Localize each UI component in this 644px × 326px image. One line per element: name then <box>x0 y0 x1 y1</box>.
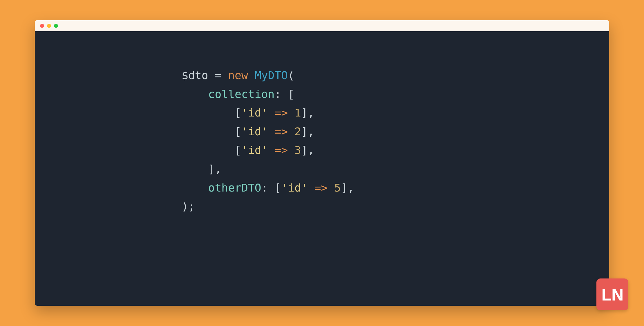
close-icon <box>40 24 44 28</box>
code-arrow: => <box>274 106 288 119</box>
code-keyword-new: new <box>228 69 248 82</box>
code-close-bracket: ] <box>301 125 308 138</box>
code-string-key: 'id' <box>281 181 308 194</box>
maximize-icon <box>54 24 58 28</box>
code-param-other: otherDTO <box>208 181 261 194</box>
code-string-key: 'id' <box>241 144 268 156</box>
code-close-bracket: ] <box>341 181 348 194</box>
code-colon: : <box>274 88 281 101</box>
code-close-bracket: ] <box>208 163 215 175</box>
code-assign: = <box>215 69 221 82</box>
code-number: 5 <box>334 181 341 194</box>
code-number: 1 <box>294 106 301 119</box>
code-close-paren: ) <box>182 200 188 213</box>
code-close-bracket: ] <box>301 144 308 156</box>
code-open-bracket: [ <box>288 88 294 101</box>
code-comma: , <box>215 163 221 175</box>
code-open-bracket: [ <box>235 106 241 119</box>
code-window: $dto = new MyDTO( collection: [ ['id' =>… <box>35 20 609 306</box>
code-class-name: MyDTO <box>255 69 288 82</box>
code-open-bracket: [ <box>235 144 241 156</box>
code-open-paren: ( <box>288 69 294 82</box>
code-semicolon: ; <box>188 200 195 213</box>
logo-badge: LN <box>596 278 628 310</box>
code-comma: , <box>348 181 354 194</box>
code-open-bracket: [ <box>235 125 241 138</box>
code-colon: : <box>261 181 268 194</box>
window-titlebar <box>35 20 609 31</box>
code-comma: , <box>308 106 314 119</box>
code-arrow: => <box>274 125 288 138</box>
code-open-bracket: [ <box>274 181 281 194</box>
minimize-icon <box>47 24 51 28</box>
code-param-collection: collection <box>208 88 275 101</box>
code-editor: $dto = new MyDTO( collection: [ ['id' =>… <box>35 31 609 306</box>
code-comma: , <box>308 144 314 156</box>
code-string-key: 'id' <box>241 106 268 119</box>
code-comma: , <box>308 125 314 138</box>
code-number: 3 <box>294 144 301 156</box>
code-string-key: 'id' <box>241 125 268 138</box>
code-arrow: => <box>314 181 328 194</box>
code-arrow: => <box>274 144 288 156</box>
code-number: 2 <box>294 125 301 138</box>
code-close-bracket: ] <box>301 106 308 119</box>
code-variable: $dto <box>182 69 208 82</box>
logo-text: LN <box>601 285 623 304</box>
